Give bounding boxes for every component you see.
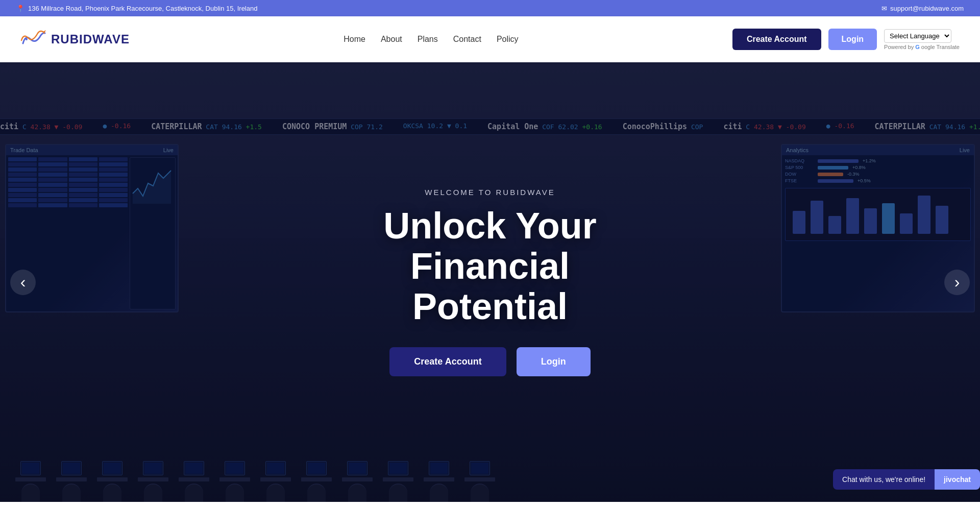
topbar: 📍 136 Millrace Road, Phoenix Park Raceco… [0, 0, 980, 16]
topbar-contact: ✉ support@rubidwave.com [881, 5, 964, 12]
nav-links: Home About Plans Contact Policy [344, 35, 518, 44]
logo-icon [20, 29, 46, 50]
translate-text: oogle Translate [921, 44, 960, 50]
nav-policy[interactable]: Policy [497, 35, 519, 44]
hero-login-button[interactable]: Login [517, 347, 591, 376]
logo[interactable]: RUBIDWAVE [20, 29, 130, 50]
hero-section: citi C 42.38 ▼ -0.09 ● -0.16 CATERPILLAR… [0, 62, 980, 502]
nav-about[interactable]: About [381, 35, 402, 44]
chat-button[interactable]: jivochat [935, 469, 980, 490]
nav-plans[interactable]: Plans [418, 35, 438, 44]
carousel-prev-button[interactable]: ‹ [10, 270, 36, 295]
create-account-button[interactable]: Create Account [732, 29, 821, 50]
hero-buttons: Create Account Login [322, 347, 658, 376]
chat-bubble: Chat with us, we're online! [833, 469, 935, 490]
navbar: RUBIDWAVE Home About Plans Contact Polic… [0, 16, 980, 62]
nav-contact[interactable]: Contact [453, 35, 481, 44]
google-icon: G [915, 44, 920, 50]
hero-content: WELCOME TO RUBIDWAVE Unlock Your Financi… [311, 188, 669, 377]
brand-name: RUBIDWAVE [51, 32, 130, 46]
topbar-address: 📍 136 Millrace Road, Phoenix Park Raceco… [16, 5, 257, 12]
hero-subtitle: WELCOME TO RUBIDWAVE [322, 188, 658, 197]
hero-create-account-button[interactable]: Create Account [389, 347, 506, 376]
powered-by-text: Powered by [884, 44, 914, 50]
translate-widget: Select Language English French German Sp… [884, 29, 960, 50]
chat-widget: Chat with us, we're online! jivochat [833, 469, 980, 490]
location-icon: 📍 [16, 5, 24, 12]
email-icon: ✉ [881, 5, 887, 12]
hero-title: Unlock Your Financial Potential [322, 206, 658, 327]
carousel-next-button[interactable]: › [944, 270, 970, 295]
login-button[interactable]: Login [828, 29, 877, 50]
hero-title-line1: Unlock Your Financial [383, 205, 596, 286]
email-text: support@rubidwave.com [890, 5, 964, 12]
nav-right: Create Account Login Select Language Eng… [732, 29, 960, 50]
powered-by: Powered by G oogle Translate [884, 44, 960, 50]
hero-title-line2: Potential [412, 286, 568, 327]
svg-point-0 [26, 38, 28, 40]
address-text: 136 Millrace Road, Phoenix Park Racecour… [28, 5, 257, 12]
nav-home[interactable]: Home [344, 35, 365, 44]
language-select[interactable]: Select Language English French German Sp… [884, 29, 951, 43]
